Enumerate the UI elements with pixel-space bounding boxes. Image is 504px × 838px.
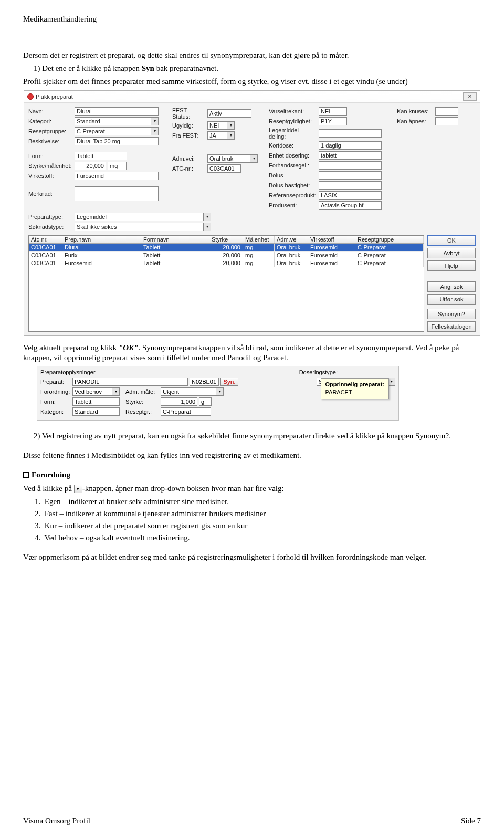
kategori-input[interactable]: Standard	[72, 407, 120, 416]
col-header[interactable]: Styrke	[209, 236, 243, 243]
preparat-grid[interactable]: Atc-nr. Prep.navn Formnavn Styrke Målenh…	[28, 235, 424, 332]
soknadstype-select[interactable]: Skal ikke søkes▾	[75, 223, 211, 231]
preparatopplysninger-panel: Preparatopplysninger Doseringstype: Prep…	[37, 366, 399, 421]
fest-status-input[interactable]: Aktiv	[207, 109, 251, 118]
col-header[interactable]: Atc-nr.	[29, 236, 62, 243]
chevron-down-icon: ▾	[250, 155, 257, 162]
col-header[interactable]: Adm.vei	[275, 236, 308, 243]
chevron-down-icon: ▾	[203, 223, 211, 231]
select-value: Ukjent	[163, 389, 179, 395]
styrke-input[interactable]: 1,000	[161, 397, 197, 406]
styrke-unit[interactable]: g	[199, 397, 212, 406]
cell: 20,000	[209, 252, 243, 259]
chevron-down-icon: ▾	[216, 388, 223, 395]
text: Ved å klikke på	[23, 484, 74, 493]
col-header[interactable]: Prep.navn	[62, 236, 141, 243]
heading-text: Forordning	[32, 470, 70, 479]
admvei-select[interactable]: Oral bruk▾	[207, 154, 258, 163]
select-value: Ved behov	[75, 389, 102, 395]
label: Virkestoff:	[28, 173, 73, 179]
merknad-input[interactable]	[75, 186, 159, 201]
table-row[interactable]: C03CA01 Furosemid Tablett 20,000 mg Oral…	[29, 259, 424, 267]
avbryt-button[interactable]: Avbryt	[427, 248, 476, 258]
utfor-sok-button[interactable]: Utfør søk	[427, 294, 476, 305]
select-value: Skal ikke søkes	[77, 224, 117, 230]
synonym-button[interactable]: Synonym?	[427, 309, 476, 319]
label: Beskrivelse:	[28, 138, 73, 144]
select-value: C-Preparat	[77, 128, 105, 134]
preparattype-select[interactable]: Legemiddel▾	[75, 213, 211, 221]
felleskatalogen-button[interactable]: Felleskatalogen	[427, 321, 476, 332]
bolus-input[interactable]	[319, 171, 382, 180]
cell: mg	[243, 244, 275, 251]
reseptgruppe-select[interactable]: C-Preparat▾	[75, 127, 159, 135]
varseltrekant-input[interactable]: NEI	[319, 107, 347, 116]
syn-button[interactable]: Syn.	[220, 378, 238, 386]
text: 1) Det ene er å klikke på knappen	[34, 64, 142, 72]
table-row[interactable]: C03CA01 Furix Tablett 20,000 mg Oral bru…	[29, 252, 424, 259]
atc-input[interactable]: N02BE01	[190, 378, 219, 386]
fra-fest-select[interactable]: JA▾	[207, 131, 235, 140]
cell: Oral bruk	[275, 259, 308, 267]
italic-bold-text: "OK"	[119, 343, 139, 352]
label: Styrke/målenhet:	[28, 163, 73, 169]
forordning-select[interactable]: Ved behov▾	[72, 387, 120, 396]
kanapnes-input[interactable]	[435, 117, 458, 125]
bolushast-input[interactable]	[319, 181, 382, 190]
list-item-2: 2) Ved registrering av nytt preparat, ka…	[45, 431, 481, 441]
legemiddeldeling-input[interactable]	[319, 129, 382, 138]
kanknuses-input[interactable]	[435, 107, 458, 116]
col-header[interactable]: Virkestoff	[308, 236, 355, 243]
hjelp-button[interactable]: Hjelp	[427, 260, 476, 271]
preparat-input[interactable]: PANODIL	[72, 378, 188, 386]
label: Produsent:	[269, 202, 317, 208]
doc-header-text: Medikamenthåndtering	[23, 15, 97, 23]
virkestoff-input[interactable]: Furosemid	[75, 172, 159, 180]
col-header[interactable]: Reseptgruppe	[355, 236, 424, 243]
text: Kur – indikerer at det preparatet som er…	[45, 521, 248, 530]
ugyldig-select[interactable]: NEI▾	[207, 121, 235, 130]
styrke-unit[interactable]: mg	[108, 162, 127, 170]
label: Fra FEST:	[172, 132, 206, 139]
atc-input[interactable]: C03CA01	[207, 164, 241, 173]
label: Doseringstype:	[299, 369, 338, 375]
dialog-buttons: OK Avbryt Hjelp Angi søk Utfør søk Synon…	[427, 235, 476, 332]
table-row[interactable]: C03CA01 Diural Tablett 20,000 mg Oral br…	[29, 244, 424, 252]
label: Form:	[28, 153, 73, 159]
chevron-down-icon: ▾	[227, 132, 234, 139]
chevron-down-icon: ▾	[203, 213, 211, 221]
section-heading: Forordning	[23, 470, 481, 480]
kortdose-input[interactable]: 1 daglig	[319, 141, 382, 150]
kategori-select[interactable]: Standard▾	[75, 117, 159, 125]
angi-sok-button[interactable]: Angi søk	[427, 281, 476, 292]
col-header[interactable]: Formnavn	[141, 236, 209, 243]
styrke-input[interactable]: 20,000	[75, 162, 106, 170]
panel-title: Preparatopplysninger	[40, 369, 96, 375]
form-input[interactable]: Tablett	[75, 152, 127, 160]
enhetdosering-input[interactable]: tablett	[319, 151, 382, 160]
reseptgr-input[interactable]: C-Preparat	[161, 407, 211, 416]
produsent-input[interactable]: Actavis Group hf	[319, 201, 382, 210]
cell: C-Preparat	[355, 259, 424, 267]
form-input[interactable]: Tablett	[72, 397, 120, 406]
referanse-input[interactable]: LASIX	[319, 191, 382, 200]
ok-button[interactable]: OK	[427, 235, 476, 246]
paragraph: Velg aktuelt preparat og klikk "OK". Syn…	[23, 343, 481, 363]
label: Adm.vei:	[172, 155, 206, 162]
text: Velg aktuelt preparat og klikk	[23, 343, 119, 352]
close-button[interactable]: ✕	[463, 92, 477, 101]
admmate-select[interactable]: Ukjent▾	[161, 387, 224, 396]
dialog-title: Plukk preparat	[36, 93, 73, 100]
cell: Tablett	[141, 259, 209, 267]
navn-input[interactable]: Diural	[75, 107, 159, 116]
plukk-preparat-dialog: Plukk preparat ✕ Navn:Diural Kategori:St…	[24, 90, 480, 336]
reseptgyldighet-input[interactable]: P1Y	[319, 117, 347, 125]
cell: Furosemid	[308, 252, 355, 259]
beskrivelse-input[interactable]: Diural Tab 20 mg	[75, 137, 159, 145]
cell: Furosemid	[308, 244, 355, 251]
dialog-titlebar: Plukk preparat ✕	[24, 91, 480, 103]
forhandsregel-input[interactable]	[319, 161, 382, 170]
col-header[interactable]: Målenhet	[243, 236, 275, 243]
label: Varseltrekant:	[269, 108, 317, 114]
cell: Oral bruk	[275, 252, 308, 259]
